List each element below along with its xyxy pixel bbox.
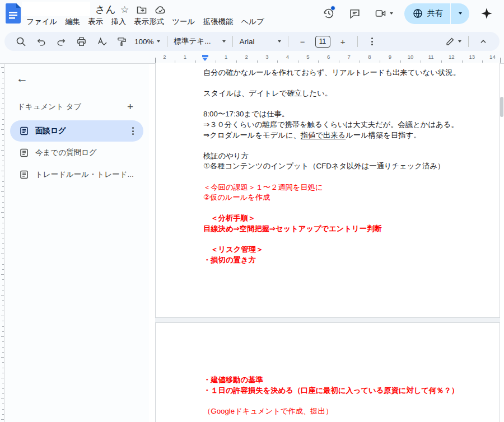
ruler-tick — [1, 357, 4, 358]
search-icon — [16, 36, 26, 47]
meet-button[interactable] — [368, 3, 399, 24]
doc-text: （Googleドキュメントで作成、提出） — [203, 407, 333, 415]
doc-line: ・１日の許容損失を決める（口座に最初に入っている原資に対して何％？） — [203, 386, 478, 396]
doc-line — [203, 99, 478, 110]
ruler-tick — [2, 279, 4, 280]
doc-text: 自分の確かなルールを作れておらず、リアルトレードも出来ていない状況。 — [203, 68, 460, 77]
doc-text: ＜リスク管理＞ — [203, 245, 263, 254]
document-tab-icon — [20, 148, 29, 157]
menu-item[interactable]: 表示形式 — [130, 16, 168, 28]
doc-text: ＜分析手順＞ — [203, 214, 255, 222]
font-select[interactable]: Arial — [237, 34, 283, 49]
redo-button[interactable] — [52, 34, 71, 49]
menu-item[interactable]: 挿入 — [107, 16, 130, 28]
doc-line — [203, 172, 478, 182]
ruler-tick — [2, 161, 4, 161]
gemini-button[interactable] — [475, 3, 498, 24]
ruler-tick — [2, 290, 4, 290]
ruler-tick — [2, 119, 4, 120]
back-arrow-icon: ← — [16, 72, 28, 85]
doc-line — [203, 235, 478, 245]
ruler-tick — [2, 181, 4, 182]
ruler-tick — [2, 72, 4, 73]
ruler-tick — [2, 78, 4, 78]
horizontal-ruler[interactable]: 211234567891011121314 — [149, 53, 504, 63]
menu-item[interactable]: ヘルプ — [237, 16, 268, 28]
decrease-font-size-button[interactable]: − — [293, 34, 312, 49]
menu-item[interactable]: 拡張機能 — [199, 16, 237, 28]
share-button-label: 共有 — [427, 8, 443, 18]
tab-options-icon[interactable] — [132, 127, 134, 135]
document-tab-item[interactable]: トレードルール・トレード... — [10, 164, 143, 185]
page-2-text[interactable]: ・建値移動の基準・１日の許容損失を決める（口座に最初に入っている原資に対して何％… — [203, 375, 478, 416]
ruler-tick — [2, 248, 4, 249]
document-title-redacted[interactable] — [22, 2, 90, 16]
print-button[interactable] — [72, 34, 91, 49]
star-icon[interactable]: ☆ — [120, 4, 129, 16]
editing-mode-button[interactable] — [443, 34, 464, 49]
toolbar-divider — [357, 36, 358, 47]
more-options-button[interactable] — [362, 34, 382, 49]
doc-text: 目線決め⇒空間把握⇒セットアップでエントリー判断 — [203, 224, 382, 233]
indent-marker[interactable] — [202, 55, 208, 61]
undo-button[interactable] — [31, 34, 51, 49]
share-button[interactable]: 共有 — [404, 3, 450, 24]
add-tab-button[interactable]: + — [123, 101, 138, 113]
menu-item[interactable]: ツール — [168, 16, 199, 28]
page-1-text[interactable]: 自分の確かなルールを作れておらず、リアルトレードも出来ていない状況。 スタイルは… — [203, 68, 478, 265]
menu-item[interactable]: ファイル — [22, 16, 61, 28]
paragraph-style-select[interactable]: 標準テキ... — [172, 34, 228, 49]
toolbar-divider — [468, 36, 469, 47]
share-dropdown-button[interactable] — [450, 3, 469, 24]
doc-line: 目線決め⇒空間把握⇒セットアップでエントリー判断 — [203, 224, 478, 235]
ruler-tick — [2, 228, 4, 228]
share-caret-icon — [459, 12, 462, 15]
ruler-tick — [2, 83, 4, 83]
zoom-select[interactable]: 100% — [132, 34, 162, 49]
close-sidebar-button[interactable]: ← — [14, 69, 30, 87]
doc-text: ②仮のルールを作成 — [203, 193, 270, 201]
cloud-check-icon[interactable] — [155, 4, 166, 16]
document-title[interactable]: さん — [95, 3, 116, 16]
chevron-up-icon — [478, 36, 488, 46]
ruler-tick — [1, 274, 4, 275]
spellcheck-button[interactable] — [92, 34, 111, 49]
ruler-tick — [2, 124, 4, 125]
vertical-ruler[interactable] — [0, 64, 5, 422]
ruler-tick — [1, 88, 4, 88]
ruler-tick — [2, 104, 4, 104]
ruler-tick — [2, 145, 4, 146]
ruler-tick — [2, 352, 4, 353]
ruler-number: 1 — [184, 54, 186, 60]
paint-roller-icon — [116, 36, 127, 47]
zoom-value: 100% — [134, 37, 154, 46]
search-button[interactable] — [11, 34, 31, 49]
font-size-input[interactable]: 11 — [315, 36, 330, 48]
paragraph-style-value: 標準テキ... — [174, 36, 211, 46]
paint-format-button[interactable] — [112, 34, 132, 49]
ruler-number: 13 — [469, 54, 475, 60]
menu-item[interactable]: 編集 — [61, 16, 84, 28]
ruler-tick — [2, 259, 4, 259]
google-docs-logo[interactable] — [6, 3, 21, 24]
doc-line: ＜リスク管理＞ — [203, 245, 478, 255]
ruler-page-edge-tick — [155, 58, 156, 63]
ruler-tick — [1, 254, 4, 254]
toolbar-divider — [167, 36, 167, 47]
increase-font-size-button[interactable]: + — [333, 34, 353, 49]
ruler-tick — [2, 393, 4, 394]
ruler-tick — [1, 129, 4, 130]
document-tab-item[interactable]: 面談ログ — [10, 120, 143, 142]
menu-item[interactable]: 表示 — [84, 16, 107, 28]
ruler-number: 4 — [286, 54, 289, 60]
ruler-tick — [1, 419, 4, 420]
move-folder-icon[interactable] — [136, 4, 147, 16]
comments-button[interactable] — [343, 3, 366, 24]
version-history-button[interactable] — [317, 3, 340, 24]
ruler-number: 2 — [245, 54, 248, 60]
document-tab-item[interactable]: 今までの質問ログ — [10, 142, 143, 163]
hide-menus-button[interactable] — [473, 34, 493, 49]
scrollbar-thumb[interactable] — [500, 97, 503, 117]
undo-icon — [36, 36, 46, 47]
ruler-tick — [2, 331, 4, 332]
